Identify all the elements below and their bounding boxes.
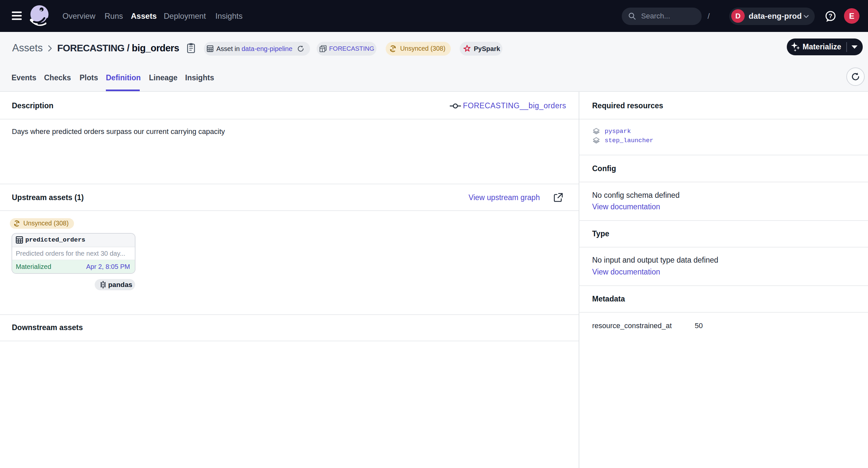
svg-text:?: ? (829, 12, 832, 20)
